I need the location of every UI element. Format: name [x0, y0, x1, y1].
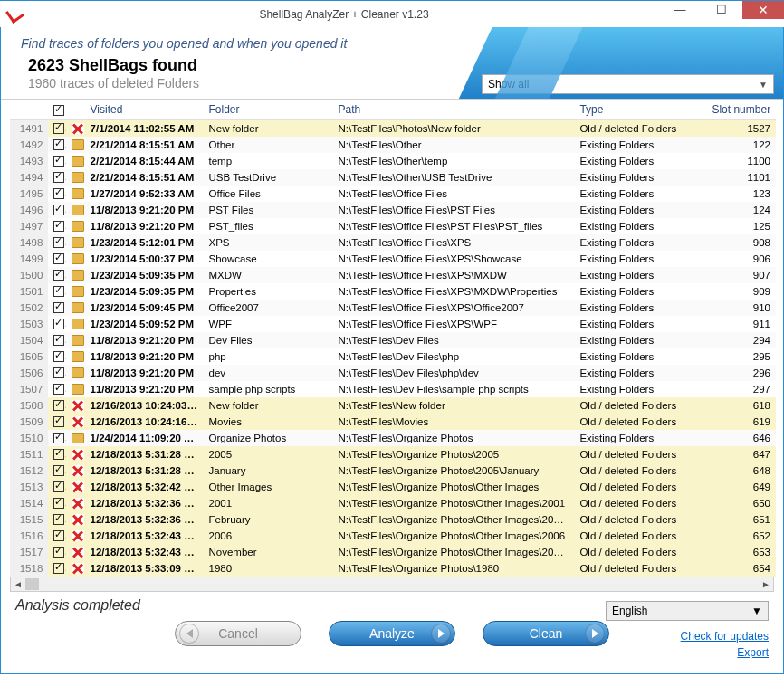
table-row[interactable]: 151712/18/2013 5:32:43 PMNovemberN:\Test…: [10, 544, 776, 560]
select-all-checkbox[interactable]: [53, 105, 64, 116]
table-row[interactable]: 150411/8/2013 9:21:20 PMDev FilesN:\Test…: [10, 332, 776, 348]
row-checkbox[interactable]: [53, 433, 64, 443]
table-row[interactable]: 151312/18/2013 5:32:42 PMOther ImagesN:\…: [10, 479, 776, 495]
row-number: 1497: [10, 218, 48, 234]
row-checkbox[interactable]: [53, 384, 64, 395]
row-folder: WPF: [204, 316, 333, 332]
row-slot: 294: [706, 332, 776, 348]
row-checkbox[interactable]: [53, 449, 64, 460]
row-checkbox-cell: [48, 560, 66, 577]
row-checkbox-cell: [48, 348, 66, 365]
row-checkbox[interactable]: [53, 498, 64, 509]
table-row[interactable]: 151212/18/2013 5:31:28 PMJanuaryN:\TestF…: [10, 462, 776, 479]
row-checkbox[interactable]: [53, 514, 64, 525]
table-row[interactable]: 15001/23/2014 5:09:35 PMMXDWN:\TestFiles…: [10, 267, 776, 283]
col-checkbox[interactable]: [48, 100, 66, 120]
row-checkbox[interactable]: [53, 481, 64, 492]
col-icon[interactable]: [66, 100, 84, 120]
col-rownum[interactable]: [10, 100, 48, 120]
language-dropdown[interactable]: English ▼: [606, 601, 769, 621]
table-row[interactable]: 14922/21/2014 8:15:51 AMOtherN:\TestFile…: [10, 137, 776, 153]
table-row[interactable]: 14951/27/2014 9:52:33 AMOffice FilesN:\T…: [10, 186, 776, 202]
folder-icon: [72, 384, 84, 395]
row-checkbox[interactable]: [53, 221, 64, 232]
col-visited[interactable]: Visited: [85, 100, 204, 120]
export-link[interactable]: Export: [681, 644, 769, 661]
row-checkbox[interactable]: [53, 530, 64, 541]
row-number: 1500: [10, 267, 48, 283]
row-checkbox[interactable]: [53, 547, 64, 558]
folder-icon: [72, 286, 84, 297]
table-row[interactable]: 14991/23/2014 5:00:37 PMShowcaseN:\TestF…: [10, 251, 776, 267]
table-row[interactable]: 151112/18/2013 5:31:28 PM2005N:\TestFile…: [10, 446, 776, 462]
table-row[interactable]: 15011/23/2014 5:09:35 PMPropertiesN:\Tes…: [10, 283, 776, 300]
table-row[interactable]: 14981/23/2014 5:12:01 PMXPSN:\TestFiles\…: [10, 234, 776, 251]
row-icon-cell: [66, 120, 84, 137]
row-checkbox-cell: [48, 283, 66, 300]
table-row[interactable]: 151812/18/2013 5:33:09 PM1980N:\TestFile…: [10, 560, 776, 577]
row-checkbox[interactable]: [53, 188, 64, 199]
row-checkbox[interactable]: [53, 172, 64, 183]
close-button[interactable]: ✕: [742, 1, 784, 19]
table-row[interactable]: 149611/8/2013 9:21:20 PMPST FilesN:\Test…: [10, 202, 776, 218]
table-row[interactable]: 14942/21/2014 8:15:51 AMUSB TestDriveN:\…: [10, 169, 776, 186]
table-row[interactable]: 151612/18/2013 5:32:43 PM2006N:\TestFile…: [10, 528, 776, 544]
row-number: 1492: [10, 137, 48, 153]
row-checkbox[interactable]: [53, 465, 64, 476]
row-checkbox[interactable]: [53, 367, 64, 378]
cancel-button[interactable]: Cancel: [175, 621, 301, 646]
row-checkbox-cell: [48, 544, 66, 560]
scroll-right-icon[interactable]: ►: [759, 577, 773, 591]
scroll-left-icon[interactable]: ◄: [11, 577, 25, 591]
row-checkbox[interactable]: [53, 205, 64, 215]
check-updates-link[interactable]: Check for updates: [681, 628, 769, 644]
row-visited: 2/21/2014 8:15:51 AM: [85, 137, 204, 153]
row-path: N:\TestFiles\Dev Files\php\dev: [333, 365, 575, 381]
row-visited: 12/16/2013 10:24:16 AM: [85, 414, 204, 430]
row-checkbox[interactable]: [53, 302, 64, 313]
col-folder[interactable]: Folder: [204, 100, 333, 120]
table-row[interactable]: 15021/23/2014 5:09:45 PMOffice2007N:\Tes…: [10, 300, 776, 316]
clean-button[interactable]: Clean: [483, 621, 609, 646]
horizontal-scrollbar[interactable]: ◄ ►: [10, 577, 774, 592]
table-row[interactable]: 150912/16/2013 10:24:16 AMMoviesN:\TestF…: [10, 414, 776, 430]
scroll-thumb[interactable]: [25, 578, 39, 590]
row-checkbox[interactable]: [53, 156, 64, 167]
row-checkbox[interactable]: [53, 253, 64, 264]
row-icon-cell: [66, 348, 84, 365]
row-checkbox[interactable]: [53, 416, 64, 427]
table-row[interactable]: 149711/8/2013 9:21:20 PMPST_filesN:\Test…: [10, 218, 776, 234]
analyze-button[interactable]: Analyze: [329, 621, 455, 646]
row-checkbox[interactable]: [53, 335, 64, 346]
table-row[interactable]: 150812/16/2013 10:24:03 AMNew folderN:\T…: [10, 397, 776, 414]
col-path[interactable]: Path: [333, 100, 575, 120]
maximize-button[interactable]: ☐: [701, 1, 742, 19]
table-row[interactable]: 14932/21/2014 8:15:44 AMtempN:\TestFiles…: [10, 153, 776, 169]
table-row[interactable]: 15101/24/2014 11:09:20 AMOrganize Photos…: [10, 430, 776, 446]
table-row[interactable]: 150511/8/2013 9:21:20 PMphpN:\TestFiles\…: [10, 348, 776, 365]
row-visited: 12/18/2013 5:32:43 PM: [85, 528, 204, 544]
col-type[interactable]: Type: [574, 100, 706, 120]
table-row[interactable]: 151512/18/2013 5:32:36 PMFebruaryN:\Test…: [10, 511, 776, 528]
row-visited: 12/18/2013 5:32:36 PM: [85, 511, 204, 528]
table-row[interactable]: 151412/18/2013 5:32:36 PM2001N:\TestFile…: [10, 495, 776, 511]
row-checkbox[interactable]: [53, 400, 64, 411]
minimize-button[interactable]: —: [659, 1, 701, 19]
table-row[interactable]: 14917/1/2014 11:02:55 AMNew folderN:\Tes…: [10, 120, 776, 137]
row-checkbox[interactable]: [53, 351, 64, 362]
row-checkbox[interactable]: [53, 286, 64, 297]
row-path: N:\TestFiles\Office Files\XPS\MXDW\Prope…: [333, 283, 575, 300]
col-slot[interactable]: Slot number: [706, 100, 776, 120]
table-row[interactable]: 150611/8/2013 9:21:20 PMdevN:\TestFiles\…: [10, 365, 776, 381]
row-checkbox[interactable]: [53, 237, 64, 248]
arrow-right-icon: [585, 624, 605, 644]
row-icon-cell: [66, 544, 84, 560]
row-checkbox[interactable]: [53, 139, 64, 150]
row-checkbox[interactable]: [53, 270, 64, 281]
filter-dropdown[interactable]: Show all ▼: [482, 74, 774, 94]
row-checkbox[interactable]: [53, 319, 64, 329]
table-row[interactable]: 150711/8/2013 9:21:20 PMsample php scrip…: [10, 381, 776, 397]
row-checkbox[interactable]: [53, 123, 64, 134]
table-row[interactable]: 15031/23/2014 5:09:52 PMWPFN:\TestFiles\…: [10, 316, 776, 332]
row-checkbox[interactable]: [53, 563, 64, 574]
